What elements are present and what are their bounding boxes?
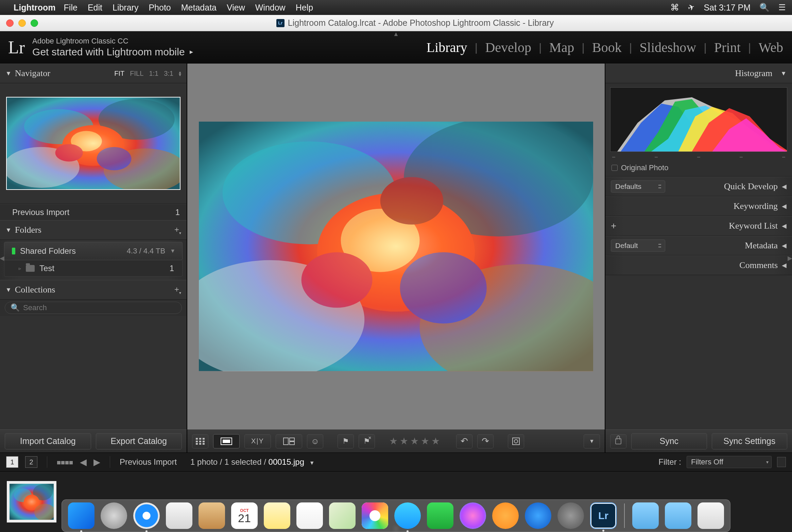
histogram-graph[interactable] (610, 87, 787, 152)
dock-messages[interactable] (394, 502, 421, 529)
dock-notes[interactable] (264, 502, 290, 529)
keywording-panel-header[interactable]: Keywording ◀ (605, 196, 792, 216)
grid-jump-button[interactable] (57, 457, 73, 467)
keyword-list-panel-header[interactable]: + Keyword List ◀ (605, 216, 792, 236)
status-icon[interactable]: ✈ (687, 2, 696, 13)
module-book[interactable]: Book (592, 39, 622, 55)
metadata-panel-header[interactable]: Default Metadata ◀ (605, 236, 792, 255)
dock-photos[interactable] (362, 502, 388, 529)
folder-disclosure-icon[interactable]: ▹ (19, 266, 21, 271)
module-print[interactable]: Print (714, 39, 741, 55)
identity-plate[interactable]: Lr Adobe Lightroom Classic CC Get starte… (8, 36, 193, 58)
collections-search-input[interactable]: 🔍 Search (5, 302, 182, 314)
window-minimize-button[interactable] (18, 19, 26, 27)
navigator-preview[interactable] (6, 97, 180, 190)
dock-calendar[interactable]: OCT21 (231, 502, 258, 529)
folders-panel-header[interactable]: ▼ Folders +▾ (0, 220, 187, 240)
compare-view-button[interactable]: X|Y (244, 434, 271, 448)
dock-facetime[interactable] (427, 502, 453, 529)
loupe-view[interactable] (199, 75, 593, 418)
menu-window[interactable]: Window (255, 3, 286, 13)
sync-button[interactable]: Sync (631, 433, 707, 449)
add-collection-button[interactable]: +▾ (174, 285, 181, 295)
menubar-app-name[interactable]: Lightroom (14, 3, 56, 13)
top-panel-toggle[interactable]: ▲ (393, 31, 399, 38)
dock-downloads-folder[interactable] (665, 502, 691, 529)
volume-disclosure-icon[interactable]: ▼ (170, 248, 175, 254)
second-window-button[interactable]: 2 (25, 456, 37, 468)
module-library[interactable]: Library (427, 39, 467, 55)
folder-row[interactable]: ▹ Test 1 (4, 260, 183, 277)
menu-library[interactable]: Library (113, 3, 138, 13)
rating-stars[interactable]: ★★★★★ (389, 436, 442, 447)
dock-mail[interactable] (166, 502, 192, 529)
navigator-panel-header[interactable]: ▼ Navigator FIT FILL 1:1 3:1 ▴▾ (0, 64, 187, 83)
menu-file[interactable]: File (64, 3, 78, 13)
import-button[interactable]: Import Catalog (5, 433, 91, 449)
filmstrip-thumbnail[interactable] (7, 481, 56, 522)
menu-photo[interactable]: Photo (149, 3, 171, 13)
add-keyword-button[interactable]: + (611, 220, 616, 231)
window-zoom-button[interactable] (31, 19, 38, 27)
comments-panel-header[interactable]: Comments ◀ (605, 255, 792, 275)
flag-pick-button[interactable]: ⚑ (338, 434, 354, 448)
module-develop[interactable]: Develop (485, 39, 531, 55)
module-map[interactable]: Map (549, 39, 574, 55)
quick-develop-panel-header[interactable]: Defaults Quick Develop ◀ (605, 177, 792, 196)
rotate-ccw-button[interactable]: ↶ (456, 434, 472, 448)
dock-applications-folder[interactable] (632, 502, 659, 529)
dock-contacts[interactable] (199, 502, 225, 529)
dock-appstore[interactable] (525, 502, 551, 529)
main-window-indicator[interactable]: 1 (6, 456, 18, 468)
menu-metadata[interactable]: Metadata (181, 3, 217, 13)
go-forward-button[interactable]: ▶ (93, 457, 100, 467)
control-center-icon[interactable]: ☰ (778, 3, 786, 12)
original-photo-toggle[interactable]: Original Photo (610, 160, 787, 174)
identity-line2[interactable]: Get started with Lightroom mobile ▸ (32, 46, 193, 58)
histogram-panel-header[interactable]: Histogram ▼ (605, 64, 792, 83)
filmstrip-source[interactable]: Previous Import 1 photo / 1 selected / 0… (120, 457, 315, 467)
filter-lock-toggle[interactable] (777, 457, 786, 467)
module-slideshow[interactable]: Slideshow (640, 39, 696, 55)
sync-settings-button[interactable]: Sync Settings (712, 433, 788, 449)
dock-lightroom[interactable]: Lr (590, 502, 617, 529)
loupe-view-button[interactable] (213, 434, 240, 448)
survey-view-button[interactable] (276, 434, 302, 448)
menu-edit[interactable]: Edit (88, 3, 102, 13)
saved-preset-select[interactable]: Defaults (611, 180, 665, 193)
module-web[interactable]: Web (759, 39, 783, 55)
toolbar-chooser[interactable]: ▼ (584, 434, 600, 448)
right-panel-toggle[interactable]: ▶ (787, 251, 792, 265)
menu-help[interactable]: Help (296, 3, 313, 13)
impromptu-slideshow-button[interactable] (508, 434, 524, 448)
dock-itunes[interactable] (460, 502, 486, 529)
spotlight-icon[interactable]: 🔍 (759, 3, 770, 12)
dock-reminders[interactable] (296, 502, 323, 529)
filter-preset-select[interactable]: Filters Off (687, 456, 772, 468)
dock-launchpad[interactable] (101, 502, 127, 529)
folders-volume-row[interactable]: Shared Folders 4.3 / 4.4 TB ▼ (4, 242, 183, 260)
menu-view[interactable]: View (227, 3, 245, 13)
left-panel-toggle[interactable]: ◀ (0, 251, 5, 265)
menubar-clock[interactable]: Sat 3:17 PM (704, 3, 751, 13)
grid-view-button[interactable] (192, 434, 208, 448)
zoom-stepper-icon[interactable]: ▴▾ (179, 71, 181, 76)
window-close-button[interactable] (6, 19, 14, 27)
collections-panel-header[interactable]: ▼ Collections +▾ (0, 280, 187, 300)
dock-safari[interactable] (133, 502, 160, 529)
add-folder-button[interactable]: +▾ (174, 225, 181, 235)
dock-settings[interactable] (557, 502, 584, 529)
people-view-button[interactable]: ☺ (307, 434, 323, 448)
dock-trash[interactable] (698, 502, 724, 529)
catalog-previous-import-row[interactable]: Previous Import 1 (0, 204, 187, 220)
creative-cloud-icon[interactable]: ⌘ (670, 2, 679, 13)
export-button[interactable]: Export Catalog (96, 433, 182, 449)
dock-finder[interactable] (68, 502, 94, 529)
dock-ibooks[interactable] (492, 502, 519, 529)
go-back-button[interactable]: ◀ (80, 457, 87, 467)
source-menu-icon[interactable]: ▼ (309, 460, 315, 466)
dock-maps[interactable] (329, 502, 356, 529)
metadata-set-select[interactable]: Default (611, 240, 665, 252)
navigator-zoom-picker[interactable]: FIT FILL 1:1 3:1 ▴▾ (114, 70, 181, 77)
flag-reject-button[interactable]: ⚑✕ (359, 434, 375, 448)
